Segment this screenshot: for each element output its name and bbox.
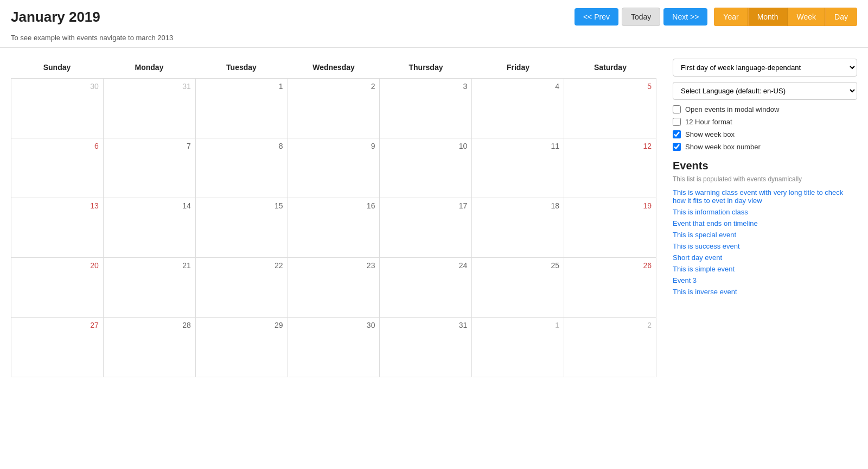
calendar-cell[interactable]: 7 — [104, 138, 196, 198]
day-number: 6 — [16, 142, 99, 150]
main-content: Sunday Monday Tuesday Wednesday Thursday… — [0, 53, 868, 383]
event-link[interactable]: This is special event — [673, 231, 857, 239]
nav-controls: << Prev Today Next >> — [575, 8, 707, 26]
day-number: 1 — [476, 321, 559, 329]
calendar-cell[interactable]: 14 — [104, 198, 196, 258]
day-number: 5 — [569, 82, 652, 91]
calendar-cell[interactable]: 10 — [380, 138, 472, 198]
day-number: 10 — [384, 142, 467, 150]
checkbox-modal: Open events in modal window — [673, 105, 857, 113]
day-number: 28 — [108, 321, 191, 329]
checkbox-modal-input[interactable] — [673, 105, 681, 113]
view-month-button[interactable]: Month — [748, 8, 788, 26]
day-number: 21 — [108, 261, 191, 270]
dow-saturday: Saturday — [564, 59, 656, 78]
events-title: Events — [673, 160, 857, 172]
calendar-cell[interactable]: 6 — [11, 138, 104, 198]
day-number: 16 — [292, 201, 375, 210]
event-link[interactable]: This is information class — [673, 208, 857, 216]
calendar-cell[interactable]: 23 — [288, 258, 380, 318]
calendar-cell[interactable]: 1 — [472, 318, 564, 377]
calendar-cell[interactable]: 4 — [472, 79, 564, 138]
event-link[interactable]: This is inverse event — [673, 288, 857, 296]
day-number: 17 — [384, 201, 467, 210]
checkbox-weekboxnum-input[interactable] — [673, 143, 681, 151]
calendar-cell[interactable]: 15 — [196, 198, 288, 258]
calendar: Sunday Monday Tuesday Wednesday Thursday… — [11, 59, 656, 377]
calendar-cell[interactable]: 8 — [196, 138, 288, 198]
calendar-cell[interactable]: 12 — [564, 138, 656, 198]
calendar-cell[interactable]: 5 — [564, 79, 656, 138]
day-number: 2 — [292, 82, 375, 91]
day-number: 3 — [384, 82, 467, 91]
day-number: 23 — [292, 261, 375, 270]
calendar-cell[interactable]: 3 — [380, 79, 472, 138]
calendar-cell[interactable]: 17 — [380, 198, 472, 258]
day-number: 18 — [476, 201, 559, 210]
calendar-cell[interactable]: 21 — [104, 258, 196, 318]
calendar-cell[interactable]: 28 — [104, 318, 196, 377]
day-number: 31 — [384, 321, 467, 329]
view-buttons: Year Month Week Day — [714, 8, 857, 26]
day-number: 11 — [476, 142, 559, 150]
view-year-button[interactable]: Year — [714, 8, 748, 26]
day-number: 20 — [16, 261, 99, 270]
calendar-cell[interactable]: 19 — [564, 198, 656, 258]
prev-button[interactable]: << Prev — [575, 8, 618, 26]
calendar-cell[interactable]: 9 — [288, 138, 380, 198]
calendar-cell[interactable]: 29 — [196, 318, 288, 377]
page-title: January 2019 — [11, 9, 100, 26]
today-button[interactable]: Today — [622, 8, 660, 26]
next-button[interactable]: Next >> — [663, 8, 707, 26]
calendar-cell[interactable]: 20 — [11, 258, 104, 318]
day-number: 27 — [16, 321, 99, 329]
day-number: 31 — [108, 82, 191, 91]
view-week-button[interactable]: Week — [788, 8, 826, 26]
event-link[interactable]: This is warning class event with very lo… — [673, 188, 857, 205]
checkbox-weekboxnum-label: Show week box number — [685, 143, 761, 151]
calendar-cell[interactable]: 2 — [288, 79, 380, 138]
day-number: 1 — [200, 82, 283, 91]
day-number: 30 — [292, 321, 375, 329]
dow-thursday: Thursday — [380, 59, 472, 78]
dow-monday: Monday — [103, 59, 195, 78]
event-link[interactable]: Event 3 — [673, 276, 857, 284]
calendar-cell[interactable]: 31 — [380, 318, 472, 377]
calendar-cell[interactable]: 22 — [196, 258, 288, 318]
checkbox-weekboxnum: Show week box number — [673, 143, 857, 151]
event-link[interactable]: Short day event — [673, 253, 857, 262]
sidebar: First day of week language-dependant Sun… — [673, 59, 857, 377]
calendar-cell[interactable]: 18 — [472, 198, 564, 258]
day-number: 14 — [108, 201, 191, 210]
event-link[interactable]: This is simple event — [673, 265, 857, 273]
day-number: 15 — [200, 201, 283, 210]
day-number: 13 — [16, 201, 99, 210]
language-select[interactable]: Select Language (default: en-US) en-US f… — [673, 82, 857, 100]
event-link[interactable]: Event that ends on timeline — [673, 219, 857, 227]
day-number: 7 — [108, 142, 191, 150]
event-link[interactable]: This is success event — [673, 242, 857, 250]
first-day-select[interactable]: First day of week language-dependant Sun… — [673, 59, 857, 77]
dow-tuesday: Tuesday — [195, 59, 288, 78]
checkbox-weekbox-input[interactable] — [673, 130, 681, 138]
event-list: This is warning class event with very lo… — [673, 188, 857, 296]
calendar-cell[interactable]: 25 — [472, 258, 564, 318]
calendar-cell[interactable]: 30 — [11, 79, 104, 138]
dow-wednesday: Wednesday — [288, 59, 380, 78]
calendar-cell[interactable]: 13 — [11, 198, 104, 258]
calendar-cell[interactable]: 1 — [196, 79, 288, 138]
events-section: Events This list is populated with event… — [673, 160, 857, 296]
calendar-cell[interactable]: 2 — [564, 318, 656, 377]
checkbox-weekbox-label: Show week box — [685, 130, 735, 138]
calendar-cell[interactable]: 31 — [104, 79, 196, 138]
checkbox-12hour-input[interactable] — [673, 118, 681, 126]
calendar-cell[interactable]: 11 — [472, 138, 564, 198]
calendar-cell[interactable]: 30 — [288, 318, 380, 377]
calendar-cell[interactable]: 24 — [380, 258, 472, 318]
calendar-cell[interactable]: 26 — [564, 258, 656, 318]
view-day-button[interactable]: Day — [825, 8, 857, 26]
dow-friday: Friday — [472, 59, 564, 78]
day-number: 8 — [200, 142, 283, 150]
calendar-cell[interactable]: 27 — [11, 318, 104, 377]
calendar-cell[interactable]: 16 — [288, 198, 380, 258]
